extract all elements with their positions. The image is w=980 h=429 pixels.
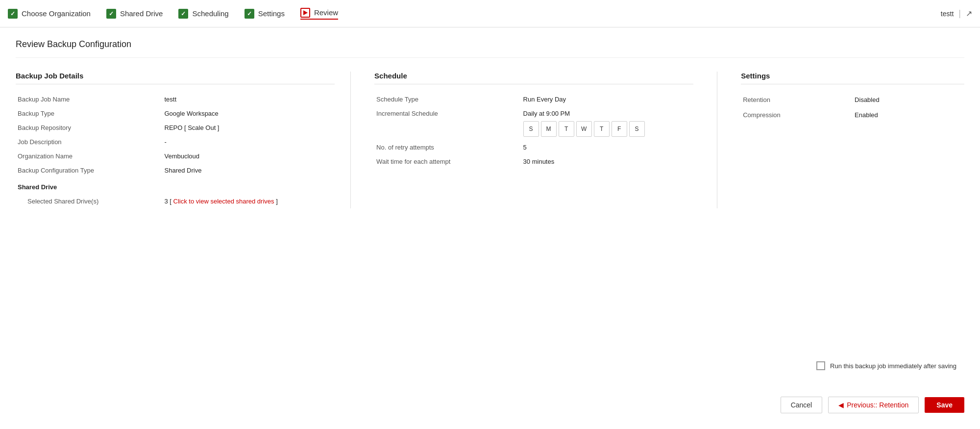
day-T2: T bbox=[594, 121, 610, 137]
step-check-scheduling: ✓ bbox=[178, 9, 188, 19]
previous-arrow-icon: ◀ bbox=[838, 401, 844, 409]
row-label: Backup Type bbox=[16, 106, 163, 121]
row-value: Shared Drive bbox=[163, 163, 335, 177]
row-value: - bbox=[163, 135, 335, 149]
cancel-button[interactable]: Cancel bbox=[781, 397, 823, 413]
shared-drives-bracket-open: [ bbox=[170, 198, 173, 205]
table-row: Organization Name Vembucloud bbox=[16, 149, 335, 163]
backup-details-column: Backup Job Details Backup Job Name testt… bbox=[16, 72, 351, 208]
day-F: F bbox=[612, 121, 627, 137]
view-shared-drives-link[interactable]: Click to view selected shared drives bbox=[173, 198, 274, 205]
days-row: S M T W T F S bbox=[523, 121, 692, 137]
settings-table: Retention Disabled Compression Enabled bbox=[741, 92, 964, 123]
step-check-choose-organization: ✓ bbox=[8, 9, 18, 19]
row-label: Backup Job Name bbox=[16, 92, 163, 106]
day-M: M bbox=[541, 121, 557, 137]
schedule-table: Schedule Type Run Every Day Incremental … bbox=[374, 92, 693, 169]
wizard-header: ✓ Choose Organization ✓ Shared Drive ✓ S… bbox=[0, 0, 980, 27]
selected-value: 3 [ Click to view selected shared drives… bbox=[163, 194, 335, 208]
row-label: Retention bbox=[741, 92, 853, 107]
day-S2: S bbox=[629, 121, 645, 137]
row-value: 30 minutes bbox=[521, 154, 694, 169]
row-value: Disabled bbox=[853, 92, 964, 107]
shared-drives-count: 3 bbox=[165, 198, 168, 205]
settings-title: Settings bbox=[741, 72, 964, 84]
selected-shared-drives-row: Selected Shared Drive(s) 3 [ Click to vi… bbox=[16, 194, 335, 208]
immediate-run-row: Run this backup job immediately after sa… bbox=[816, 361, 956, 370]
footer-actions: Cancel ◀ Previous:: Retention Save bbox=[781, 397, 964, 413]
row-value: Google Workspace bbox=[163, 106, 335, 121]
row-label: Wait time for each attempt bbox=[374, 154, 521, 169]
page-content: Review Backup Configuration Backup Job D… bbox=[0, 27, 980, 429]
step-label-settings: Settings bbox=[258, 9, 285, 18]
table-row: Retention Disabled bbox=[741, 92, 964, 107]
backup-details-title: Backup Job Details bbox=[16, 72, 335, 84]
wizard-user-area: testt | ↗ bbox=[941, 8, 972, 19]
wizard-steps: ✓ Choose Organization ✓ Shared Drive ✓ S… bbox=[8, 8, 941, 20]
row-value: REPO [ Scale Out ] bbox=[163, 121, 335, 135]
step-review[interactable]: Review bbox=[300, 8, 338, 20]
immediate-run-checkbox[interactable] bbox=[816, 361, 825, 370]
step-label-review: Review bbox=[314, 8, 338, 17]
external-link-icon[interactable]: ↗ bbox=[966, 9, 972, 18]
step-check-settings: ✓ bbox=[245, 9, 254, 19]
row-label: Job Description bbox=[16, 135, 163, 149]
row-label: Backup Configuration Type bbox=[16, 163, 163, 177]
schedule-title: Schedule bbox=[374, 72, 693, 84]
row-value: 5 bbox=[521, 140, 694, 154]
row-label: No. of retry attempts bbox=[374, 140, 521, 154]
row-value: Daily at 9:00 PM S M T W T F S bbox=[521, 106, 694, 140]
day-S1: S bbox=[523, 121, 539, 137]
row-label: Compression bbox=[741, 107, 853, 123]
shared-drives-bracket-close: ] bbox=[276, 198, 278, 205]
step-scheduling[interactable]: ✓ Scheduling bbox=[178, 9, 228, 19]
step-settings[interactable]: ✓ Settings bbox=[245, 9, 285, 19]
settings-column: Settings Retention Disabled Compression … bbox=[717, 72, 964, 208]
header-divider: | bbox=[958, 8, 961, 19]
selected-label: Selected Shared Drive(s) bbox=[16, 194, 163, 208]
row-label: Schedule Type bbox=[374, 92, 521, 106]
username-display: testt bbox=[941, 10, 954, 18]
row-label: Organization Name bbox=[16, 149, 163, 163]
row-value: testt bbox=[163, 92, 335, 106]
step-shared-drive[interactable]: ✓ Shared Drive bbox=[106, 9, 163, 19]
row-value: Vembucloud bbox=[163, 149, 335, 163]
row-label: Incremental Schedule bbox=[374, 106, 521, 140]
step-label-choose-organization: Choose Organization bbox=[22, 9, 91, 18]
table-row: Backup Job Name testt bbox=[16, 92, 335, 106]
immediate-run-label: Run this backup job immediately after sa… bbox=[830, 362, 956, 370]
previous-button[interactable]: ◀ Previous:: Retention bbox=[828, 397, 919, 413]
previous-button-label: Previous:: Retention bbox=[847, 401, 908, 409]
table-row: Incremental Schedule Daily at 9:00 PM S … bbox=[374, 106, 693, 140]
table-row: Job Description - bbox=[16, 135, 335, 149]
step-play-review bbox=[300, 8, 310, 18]
day-W: W bbox=[576, 121, 592, 137]
shared-drive-section-row: Shared Drive bbox=[16, 177, 335, 194]
page-title: Review Backup Configuration bbox=[16, 39, 964, 58]
table-row: Compression Enabled bbox=[741, 107, 964, 123]
row-value: Run Every Day bbox=[521, 92, 694, 106]
incremental-schedule-value: Daily at 9:00 PM bbox=[523, 110, 692, 117]
table-row: Wait time for each attempt 30 minutes bbox=[374, 154, 693, 169]
step-label-scheduling: Scheduling bbox=[192, 9, 228, 18]
step-check-shared-drive: ✓ bbox=[106, 9, 116, 19]
step-choose-organization[interactable]: ✓ Choose Organization bbox=[8, 9, 91, 19]
table-row: Backup Type Google Workspace bbox=[16, 106, 335, 121]
table-row: Schedule Type Run Every Day bbox=[374, 92, 693, 106]
save-button[interactable]: Save bbox=[925, 397, 964, 413]
row-label: Backup Repository bbox=[16, 121, 163, 135]
row-value: Enabled bbox=[853, 107, 964, 123]
table-row: Backup Configuration Type Shared Drive bbox=[16, 163, 335, 177]
shared-drive-section-label: Shared Drive bbox=[16, 177, 335, 194]
backup-details-table: Backup Job Name testt Backup Type Google… bbox=[16, 92, 335, 208]
day-T1: T bbox=[559, 121, 574, 137]
step-label-shared-drive: Shared Drive bbox=[120, 9, 163, 18]
review-columns: Backup Job Details Backup Job Name testt… bbox=[16, 72, 964, 208]
schedule-column: Schedule Schedule Type Run Every Day Inc… bbox=[351, 72, 717, 208]
table-row: No. of retry attempts 5 bbox=[374, 140, 693, 154]
table-row: Backup Repository REPO [ Scale Out ] bbox=[16, 121, 335, 135]
